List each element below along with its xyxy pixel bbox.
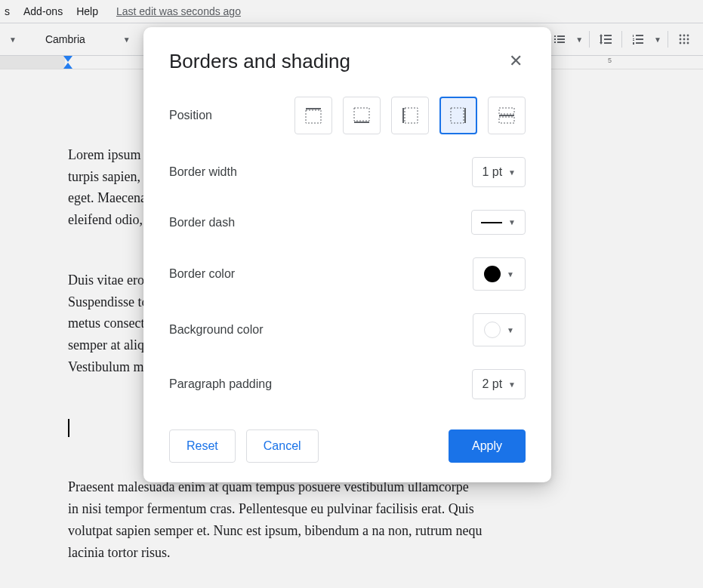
chevron-down-icon: ▼	[507, 270, 514, 279]
close-icon[interactable]: ✕	[506, 48, 526, 74]
label-border-color: Border color	[169, 267, 235, 281]
more-icon[interactable]	[674, 29, 694, 49]
checklist-icon[interactable]	[550, 29, 569, 49]
borders-shading-dialog: Borders and shading ✕ Position Border wi…	[143, 27, 551, 482]
svg-rect-16	[451, 108, 464, 123]
apply-button[interactable]: Apply	[449, 429, 526, 463]
svg-rect-11	[354, 122, 369, 123]
background-color-dropdown[interactable]: ▼	[473, 313, 526, 346]
separator	[621, 31, 622, 48]
paragraph: Praesent malesuada enim at quam tempus p…	[68, 476, 703, 563]
svg-point-6	[680, 42, 682, 45]
font-name: Cambria	[45, 33, 85, 45]
menu-item[interactable]: s	[5, 5, 10, 17]
border-width-value: 1 pt	[482, 165, 502, 179]
dash-solid-icon	[481, 222, 502, 223]
svg-rect-9	[306, 108, 321, 109]
svg-point-5	[687, 38, 689, 41]
separator	[668, 31, 668, 48]
numbered-list-icon[interactable]	[628, 29, 648, 49]
ruler-number: 5	[608, 57, 612, 64]
label-background-color: Background color	[169, 323, 264, 337]
border-color-dropdown[interactable]: ▼	[473, 257, 526, 291]
position-top[interactable]	[294, 97, 332, 134]
last-edit-link[interactable]: Last edit was seconds ago	[116, 5, 241, 17]
position-left[interactable]	[391, 97, 429, 134]
font-dropdown[interactable]: Cambria ▼	[39, 30, 137, 48]
svg-rect-10	[306, 110, 321, 123]
svg-rect-12	[354, 108, 369, 121]
cancel-button[interactable]: Cancel	[246, 429, 319, 463]
separator	[589, 31, 590, 48]
chevron-down-icon: ▼	[508, 168, 516, 177]
border-dash-dropdown[interactable]: ▼	[471, 210, 526, 235]
position-between[interactable]	[488, 97, 526, 134]
position-options	[294, 97, 526, 134]
svg-point-7	[683, 42, 686, 45]
line-spacing-icon[interactable]	[596, 29, 615, 49]
paragraph-padding-value: 2 pt	[482, 377, 502, 391]
text-cursor	[68, 419, 69, 437]
dialog-title: Borders and shading	[169, 50, 350, 73]
label-paragraph-padding: Paragraph padding	[169, 377, 272, 391]
svg-rect-13	[402, 108, 404, 123]
paragraph-padding-dropdown[interactable]: 2 pt ▼	[472, 369, 526, 399]
label-position: Position	[169, 109, 212, 122]
menu-item-addons[interactable]: Add-ons	[23, 5, 63, 17]
chevron-down-icon[interactable]: ▼	[654, 35, 661, 44]
svg-point-3	[680, 38, 682, 41]
styles-dropdown-icon[interactable]: ▼	[9, 35, 17, 44]
label-border-width: Border width	[169, 165, 237, 179]
chevron-down-icon: ▼	[508, 218, 516, 226]
chevron-down-icon: ▼	[508, 380, 516, 389]
svg-point-1	[683, 35, 686, 37]
position-bottom[interactable]	[343, 97, 381, 134]
color-swatch-black	[484, 266, 501, 282]
svg-rect-18	[499, 108, 514, 114]
svg-point-0	[680, 35, 682, 37]
position-right[interactable]	[439, 97, 477, 134]
svg-rect-17	[499, 115, 514, 116]
chevron-down-icon: ▼	[507, 326, 514, 334]
reset-button[interactable]: Reset	[169, 429, 236, 463]
border-width-dropdown[interactable]: 1 pt ▼	[472, 157, 526, 187]
color-swatch-none	[484, 322, 501, 338]
svg-rect-15	[464, 108, 466, 123]
svg-point-2	[687, 35, 689, 37]
svg-rect-19	[499, 117, 514, 123]
svg-point-8	[687, 42, 689, 45]
label-border-dash: Border dash	[169, 216, 235, 229]
svg-point-4	[683, 38, 686, 41]
svg-rect-14	[405, 108, 418, 123]
chevron-down-icon[interactable]: ▼	[575, 35, 583, 44]
menu-item-help[interactable]: Help	[76, 5, 98, 17]
menubar: s Add-ons Help Last edit was seconds ago	[0, 0, 703, 23]
chevron-down-icon: ▼	[123, 35, 131, 44]
